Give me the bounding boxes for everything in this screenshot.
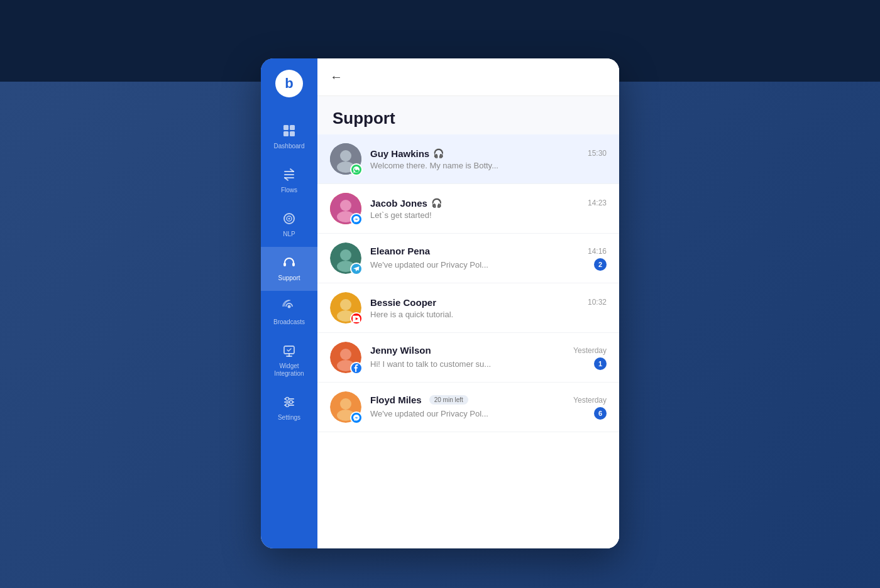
svg-point-21 [340,200,351,211]
chat-name-row-3: Eleanor Pena 14:16 [370,246,607,256]
chat-name-5: Jenny Wilson [370,345,431,356]
chat-info-2: Jacob Jones 🎧 14:23 Let`s get started! [370,198,607,220]
sidebar-item-broadcasts[interactable]: Broadcasts [261,291,317,335]
main-content: ← Support [317,58,619,548]
chat-item-6[interactable]: Floyd Miles 20 min left Yesterday We've … [317,383,619,432]
chat-list: Guy Hawkins 🎧 15:30 Welcome there. My na… [317,134,619,548]
widget-icon [282,344,296,359]
unread-badge-6: 6 [594,407,607,420]
chat-info-6: Floyd Miles 20 min left Yesterday We've … [370,395,607,420]
nlp-label: NLP [283,231,295,238]
chat-name-row-4: Bessie Cooper 10:32 [370,297,607,308]
dashboard-icon [282,124,296,139]
chat-time-5: Yesterday [573,346,607,355]
chat-preview-1: Welcome there. My name is Botty... [370,161,607,170]
broadcasts-label: Broadcasts [273,318,305,326]
section-header: Support [317,96,619,134]
chat-time-2: 14:23 [588,199,607,207]
flows-label: Flows [281,187,297,194]
flows-icon [282,168,296,183]
sidebar-nav: Dashboard Flows [261,109,317,430]
support-icon [282,256,296,271]
chat-preview-2: Let`s get started! [370,210,607,220]
svg-point-24 [340,249,351,261]
svg-point-30 [340,349,351,360]
platform-badge-1 [350,163,363,176]
sidebar-item-nlp[interactable]: NLP [261,203,317,247]
unread-badge-5: 1 [594,357,607,370]
avatar-wrap-2 [330,193,361,224]
support-label: Support [278,275,300,282]
headset-icon-1: 🎧 [433,148,444,158]
chat-info-5: Jenny Wilson Yesterday Hi! I want to tal… [370,345,607,370]
svg-point-16 [286,404,289,407]
svg-rect-7 [283,263,286,266]
avatar-wrap-3 [330,242,361,274]
platform-badge-4 [350,312,363,325]
svg-rect-2 [283,131,289,136]
sidebar-logo: b [261,58,317,109]
outer-background: b Dashboard [0,0,880,588]
chat-item-1[interactable]: Guy Hawkins 🎧 15:30 Welcome there. My na… [317,134,619,184]
svg-rect-8 [292,263,295,266]
chat-name-6: Floyd Miles 20 min left [370,395,468,405]
platform-badge-3 [350,263,363,275]
widget-label: WidgetIntegration [274,362,304,378]
svg-rect-1 [290,125,295,130]
sidebar-item-widget[interactable]: WidgetIntegration [261,335,317,386]
svg-point-6 [289,218,290,220]
top-bar: ← [317,58,619,96]
chat-name-2: Jacob Jones 🎧 [370,198,442,209]
sidebar-item-support[interactable]: Support [261,247,317,291]
chat-name-row-5: Jenny Wilson Yesterday [370,345,607,356]
app-window: b Dashboard [261,58,619,548]
settings-label: Settings [278,414,300,422]
dashboard-label: Dashboard [274,143,305,150]
chat-item-4[interactable]: Bessie Cooper 10:32 Here is a quick tuto… [317,283,619,333]
chat-time-3: 14:16 [588,247,607,256]
back-button[interactable]: ← [330,70,343,84]
sidebar-item-settings[interactable]: Settings [261,386,317,430]
sidebar-item-flows[interactable]: Flows [261,159,317,203]
chat-name-row-6: Floyd Miles 20 min left Yesterday [370,395,607,405]
chat-preview-4: Here is a quick tutorial. [370,310,607,319]
chat-preview-3: We've updated our Privacy Pol... 2 [370,258,607,271]
unread-badge-3: 2 [594,258,607,271]
chat-time-6: Yesterday [573,396,607,405]
chat-preview-6: We've updated our Privacy Pol... 6 [370,407,607,420]
time-badge-6: 20 min left [429,395,468,405]
section-title: Support [333,109,604,128]
chat-name-4: Bessie Cooper [370,297,436,308]
chat-name-row-1: Guy Hawkins 🎧 15:30 [370,148,607,159]
chat-time-4: 10:32 [588,298,607,307]
avatar-wrap-5 [330,342,361,373]
svg-point-27 [340,299,351,310]
chat-item-3[interactable]: Eleanor Pena 14:16 We've updated our Pri… [317,234,619,283]
svg-rect-3 [290,131,295,136]
chat-name-3: Eleanor Pena [370,246,430,256]
svg-point-9 [288,305,291,308]
platform-badge-2 [350,213,363,226]
chat-preview-5: Hi! I want to talk to customer su... 1 [370,357,607,370]
settings-icon [282,395,296,411]
svg-point-33 [340,398,351,410]
avatar-wrap-1 [330,143,361,175]
svg-point-18 [340,150,351,161]
chat-info-3: Eleanor Pena 14:16 We've updated our Pri… [370,246,607,271]
chat-info-4: Bessie Cooper 10:32 Here is a quick tuto… [370,297,607,319]
chat-name-1: Guy Hawkins 🎧 [370,148,444,159]
headset-icon-2: 🎧 [431,198,442,208]
chat-info-1: Guy Hawkins 🎧 15:30 Welcome there. My na… [370,148,607,170]
avatar-wrap-6 [330,391,361,423]
chat-time-1: 15:30 [588,149,607,158]
svg-point-15 [290,401,293,404]
chat-name-row-2: Jacob Jones 🎧 14:23 [370,198,607,209]
chat-item-2[interactable]: Jacob Jones 🎧 14:23 Let`s get started! [317,184,619,234]
sidebar: b Dashboard [261,58,317,548]
app-logo[interactable]: b [275,70,303,97]
sidebar-item-dashboard[interactable]: Dashboard [261,115,317,159]
chat-item-5[interactable]: Jenny Wilson Yesterday Hi! I want to tal… [317,333,619,383]
svg-point-14 [286,398,289,401]
platform-badge-5 [350,362,363,374]
nlp-icon [282,212,296,227]
